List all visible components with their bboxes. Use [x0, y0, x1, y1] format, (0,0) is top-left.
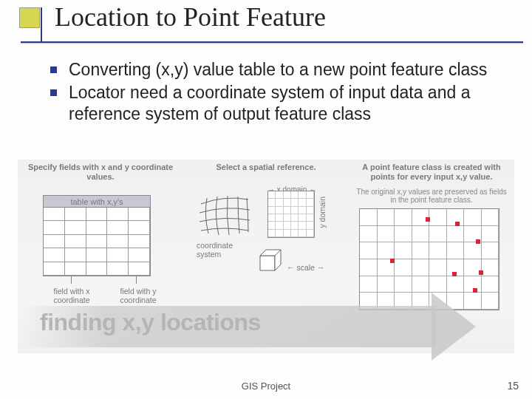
- page-number: 15: [507, 380, 519, 392]
- coord-system-label: coordinate system: [197, 241, 248, 259]
- point-marker: [390, 259, 395, 263]
- field-x-label: field with x coordinate: [46, 287, 98, 304]
- panel-spatial-reference: Select a spatial reference. coordinate s…: [183, 160, 349, 353]
- diagram-area: Specify fields with x and y coordinate v…: [18, 160, 514, 353]
- point-marker: [452, 272, 457, 276]
- panel-subtext: The original x,y values are preserved as…: [353, 188, 510, 204]
- xy-table: table with x,y's: [43, 195, 151, 276]
- point-marker: [426, 217, 430, 222]
- domain-grid: [267, 191, 315, 238]
- point-marker: [479, 270, 483, 275]
- svg-marker-0: [260, 256, 275, 270]
- footer-text: GIS Project: [0, 381, 532, 392]
- panel-point-feature-class: A point feature class is created with po…: [349, 160, 514, 353]
- bullet-list: Converting (x,y) value table to a new po…: [50, 59, 532, 124]
- point-marker: [473, 288, 477, 293]
- bullet-icon: [50, 89, 57, 96]
- y-domain-label: y domain: [318, 197, 327, 228]
- scale-label: ← scale →: [287, 263, 324, 272]
- bullet-item: Converting (x,y) value table to a new po…: [50, 59, 532, 81]
- table-grid: [44, 208, 150, 276]
- field-tick: [136, 276, 137, 284]
- panel-heading: Specify fields with x and y coordinate v…: [22, 163, 179, 183]
- title-accent-box: [19, 7, 40, 28]
- panel-heading: Select a spatial reference.: [188, 163, 344, 183]
- feature-grid: [359, 208, 499, 310]
- title-rule-horizontal: [21, 41, 523, 43]
- panel-heading: A point feature class is created with po…: [353, 163, 510, 183]
- field-y-label: field with y coordinate: [112, 287, 164, 304]
- point-marker: [476, 239, 480, 244]
- point-marker: [455, 222, 460, 226]
- scale-text: scale: [296, 263, 315, 272]
- bullet-icon: [50, 66, 57, 73]
- field-tick: [71, 276, 72, 284]
- bullet-text: Locator need a coordinate system of inpu…: [69, 82, 505, 125]
- bullet-text: Converting (x,y) value table to a new po…: [69, 59, 487, 81]
- slide-title: Location to Point Feature: [55, 1, 326, 33]
- table-caption: table with x,y's: [44, 196, 150, 208]
- curved-grid-icon: [197, 192, 253, 241]
- title-rule-vertical: [41, 7, 42, 41]
- panel-specify-fields: Specify fields with x and y coordinate v…: [18, 160, 183, 353]
- cube-icon: [257, 245, 290, 278]
- title-block: Location to Point Feature: [0, 0, 532, 46]
- bullet-item: Locator need a coordinate system of inpu…: [50, 82, 532, 125]
